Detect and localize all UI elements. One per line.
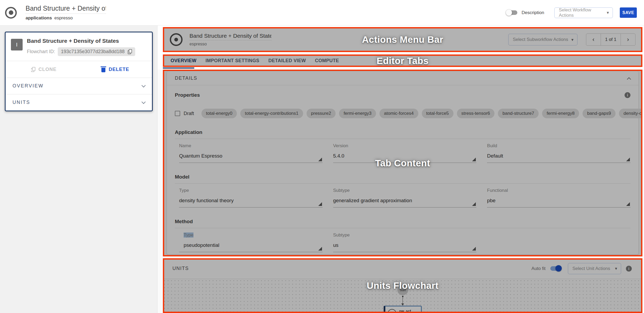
clone-button[interactable]: CLONE [6, 67, 79, 72]
workflow-title[interactable]: Band Structure + Density of States [26, 5, 106, 14]
workflow-card-title: Band Structure + Density of States [27, 38, 135, 44]
save-button[interactable]: SAVE [620, 7, 637, 18]
delete-button[interactable]: DELETE [79, 67, 152, 72]
annotation-label: Units Flowchart [367, 280, 439, 291]
workflow-actions-select[interactable]: Select Workflow Actions ▾ [554, 7, 613, 18]
overview-section-label: OVERVIEW [13, 83, 44, 89]
flowchart-id-row: Flowchart ID: 193c7135e3077d23ba8dd188 [27, 47, 135, 56]
chevron-down-icon [142, 100, 146, 104]
annotation-units-flowchart: Units Flowchart [163, 258, 642, 313]
annotation-actions-menu-bar: Actions Menu Bar [163, 27, 642, 52]
annotation-tab-content: Tab Content [163, 70, 642, 256]
caret-down-icon: ▾ [607, 10, 609, 15]
editor-tabs-bar: OVERVIEW IMPORTANT SETTINGS DETAILED VIE… [163, 54, 642, 67]
flowchart-id-label: Flowchart ID: [27, 49, 55, 54]
workflow-card-top: I Band Structure + Density of States Flo… [6, 32, 152, 61]
clone-icon [31, 67, 35, 72]
header-actions: Description Select Workflow Actions ▾ SA… [507, 7, 637, 18]
sidebar-section-units[interactable]: UNITS [6, 94, 152, 111]
workflow-editor-page: Band Structure + Density of States appli… [0, 0, 644, 313]
units-section-label: UNITS [13, 100, 30, 105]
workflow-card-info: Band Structure + Density of States Flowc… [27, 38, 135, 56]
breadcrumb: applicationsespresso [26, 15, 106, 21]
breadcrumb-root[interactable]: applications [26, 15, 52, 20]
header-title-block: Band Structure + Density of States appli… [26, 5, 106, 21]
sidebar-section-overview[interactable]: OVERVIEW [6, 78, 152, 94]
workflow-actions-placeholder: Select Workflow Actions [559, 7, 604, 18]
workflow-logo-icon [5, 7, 17, 19]
flowchart-id-value: 193c7135e3077d23ba8dd188 [61, 49, 125, 54]
copy-icon[interactable] [128, 49, 132, 54]
units-region: UNITS Auto fit Select Unit Actions ▾ i S… [163, 258, 642, 313]
delete-label: DELETE [109, 67, 129, 72]
app-header: Band Structure + Density of States appli… [0, 0, 644, 26]
trash-icon [101, 68, 105, 72]
subworkflow-actions-bar: Band Structure + Density of States espre… [163, 27, 642, 52]
workflow-card: I Band Structure + Density of States Flo… [5, 32, 153, 111]
annotation-editor-tabs: Editor Tabs [163, 54, 642, 67]
breadcrumb-item[interactable]: espresso [54, 15, 73, 20]
annotation-label: Actions Menu Bar [362, 34, 443, 45]
sidebar: I Band Structure + Density of States Flo… [0, 26, 158, 313]
main-area: Band Structure + Density of States espre… [158, 26, 644, 313]
workflow-avatar: I [11, 39, 23, 50]
toggle-knob [506, 10, 512, 16]
description-toggle-label: Description [522, 10, 544, 15]
workflow-card-actions: CLONE DELETE [6, 61, 152, 78]
annotation-label: Editor Tabs [377, 56, 428, 66]
clone-label: CLONE [39, 67, 57, 72]
tab-content-region: DETAILS Properties i Draft total-energy0… [163, 70, 642, 256]
active-tab-indicator [163, 67, 194, 69]
flowchart-id-chip[interactable]: 193c7135e3077d23ba8dd188 [58, 47, 135, 56]
logo-dot [9, 10, 13, 15]
annotation-label: Tab Content [375, 158, 430, 168]
description-toggle[interactable] [507, 10, 517, 15]
chevron-down-icon [142, 83, 146, 87]
